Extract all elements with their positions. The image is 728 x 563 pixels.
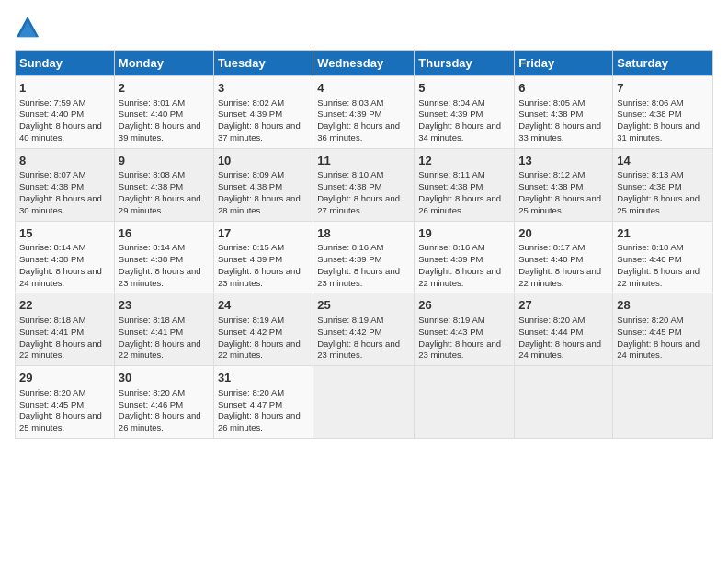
weekday-header-tuesday: Tuesday [213, 51, 313, 76]
calendar-cell: 4Sunrise: 8:03 AMSunset: 4:39 PMDaylight… [313, 76, 415, 149]
day-number: 22 [19, 297, 110, 314]
weekday-header-wednesday: Wednesday [313, 51, 415, 76]
calendar-cell: 2Sunrise: 8:01 AMSunset: 4:40 PMDaylight… [114, 76, 213, 149]
calendar-cell: 8Sunrise: 8:07 AMSunset: 4:38 PMDaylight… [16, 148, 115, 221]
calendar-cell: 7Sunrise: 8:06 AMSunset: 4:38 PMDaylight… [613, 76, 713, 149]
day-number: 7 [617, 80, 709, 97]
calendar-cell: 24Sunrise: 8:19 AMSunset: 4:42 PMDayligh… [213, 293, 313, 366]
calendar-cell: 3Sunrise: 8:02 AMSunset: 4:39 PMDaylight… [213, 76, 313, 149]
day-number: 16 [119, 225, 210, 242]
weekday-header-row: SundayMondayTuesdayWednesdayThursdayFrid… [16, 51, 713, 76]
day-number: 29 [19, 370, 110, 386]
logo [15, 15, 44, 40]
calendar-week-row: 15Sunrise: 8:14 AMSunset: 4:38 PMDayligh… [16, 221, 713, 293]
calendar-cell: 11Sunrise: 8:10 AMSunset: 4:38 PMDayligh… [313, 148, 415, 221]
calendar-cell: 14Sunrise: 8:13 AMSunset: 4:38 PMDayligh… [613, 148, 713, 221]
calendar-cell: 5Sunrise: 8:04 AMSunset: 4:39 PMDaylight… [415, 76, 515, 149]
weekday-header-monday: Monday [114, 51, 213, 76]
day-number: 20 [518, 225, 609, 242]
day-number: 12 [418, 153, 510, 169]
day-number: 13 [518, 153, 609, 169]
weekday-header-friday: Friday [515, 51, 613, 76]
calendar-week-row: 1Sunrise: 7:59 AMSunset: 4:40 PMDaylight… [16, 76, 713, 149]
day-number: 25 [317, 297, 410, 314]
day-number: 11 [317, 153, 410, 169]
calendar-cell: 26Sunrise: 8:19 AMSunset: 4:43 PMDayligh… [415, 293, 515, 366]
calendar-cell [313, 366, 415, 439]
calendar-cell: 13Sunrise: 8:12 AMSunset: 4:38 PMDayligh… [515, 148, 613, 221]
calendar-cell: 28Sunrise: 8:20 AMSunset: 4:45 PMDayligh… [613, 293, 713, 366]
day-number: 23 [119, 297, 210, 314]
calendar-cell: 27Sunrise: 8:20 AMSunset: 4:44 PMDayligh… [515, 293, 613, 366]
calendar-cell: 29Sunrise: 8:20 AMSunset: 4:45 PMDayligh… [16, 366, 115, 439]
calendar-cell: 12Sunrise: 8:11 AMSunset: 4:38 PMDayligh… [415, 148, 515, 221]
calendar-week-row: 22Sunrise: 8:18 AMSunset: 4:41 PMDayligh… [16, 293, 713, 366]
day-number: 1 [19, 80, 110, 97]
day-number: 8 [19, 153, 110, 169]
calendar-week-row: 29Sunrise: 8:20 AMSunset: 4:45 PMDayligh… [16, 366, 713, 439]
day-number: 31 [218, 370, 309, 386]
calendar-cell: 22Sunrise: 8:18 AMSunset: 4:41 PMDayligh… [16, 293, 115, 366]
calendar-table: SundayMondayTuesdayWednesdayThursdayFrid… [15, 50, 713, 439]
day-number: 21 [617, 225, 709, 242]
day-number: 9 [119, 153, 210, 169]
day-number: 5 [418, 80, 510, 97]
day-number: 4 [317, 80, 410, 97]
calendar-cell: 25Sunrise: 8:19 AMSunset: 4:42 PMDayligh… [313, 293, 415, 366]
day-number: 15 [19, 225, 110, 242]
calendar-cell: 16Sunrise: 8:14 AMSunset: 4:38 PMDayligh… [114, 221, 213, 293]
calendar-cell: 21Sunrise: 8:18 AMSunset: 4:40 PMDayligh… [613, 221, 713, 293]
day-number: 3 [218, 80, 309, 97]
calendar-cell: 19Sunrise: 8:16 AMSunset: 4:39 PMDayligh… [415, 221, 515, 293]
calendar-cell: 30Sunrise: 8:20 AMSunset: 4:46 PMDayligh… [114, 366, 213, 439]
calendar-cell: 6Sunrise: 8:05 AMSunset: 4:38 PMDaylight… [515, 76, 613, 149]
calendar-cell: 20Sunrise: 8:17 AMSunset: 4:40 PMDayligh… [515, 221, 613, 293]
calendar-cell: 31Sunrise: 8:20 AMSunset: 4:47 PMDayligh… [213, 366, 313, 439]
day-number: 18 [317, 225, 410, 242]
calendar-cell: 17Sunrise: 8:15 AMSunset: 4:39 PMDayligh… [213, 221, 313, 293]
day-number: 26 [418, 297, 510, 314]
calendar-cell: 18Sunrise: 8:16 AMSunset: 4:39 PMDayligh… [313, 221, 415, 293]
calendar-cell: 1Sunrise: 7:59 AMSunset: 4:40 PMDaylight… [16, 76, 115, 149]
calendar-week-row: 8Sunrise: 8:07 AMSunset: 4:38 PMDaylight… [16, 148, 713, 221]
day-number: 28 [617, 297, 709, 314]
day-number: 6 [518, 80, 609, 97]
day-number: 14 [617, 153, 709, 169]
day-number: 10 [218, 153, 309, 169]
day-number: 27 [518, 297, 609, 314]
weekday-header-saturday: Saturday [613, 51, 713, 76]
day-number: 19 [418, 225, 510, 242]
logo-icon [15, 15, 40, 40]
calendar-cell [515, 366, 613, 439]
page-container: SundayMondayTuesdayWednesdayThursdayFrid… [0, 0, 728, 446]
weekday-header-sunday: Sunday [16, 51, 115, 76]
calendar-cell [613, 366, 713, 439]
weekday-header-thursday: Thursday [415, 51, 515, 76]
calendar-cell: 15Sunrise: 8:14 AMSunset: 4:38 PMDayligh… [16, 221, 115, 293]
calendar-cell: 9Sunrise: 8:08 AMSunset: 4:38 PMDaylight… [114, 148, 213, 221]
header [15, 15, 713, 40]
day-number: 30 [119, 370, 210, 386]
day-number: 17 [218, 225, 309, 242]
day-number: 24 [218, 297, 309, 314]
day-number: 2 [119, 80, 210, 97]
calendar-cell: 23Sunrise: 8:18 AMSunset: 4:41 PMDayligh… [114, 293, 213, 366]
calendar-cell [415, 366, 515, 439]
calendar-cell: 10Sunrise: 8:09 AMSunset: 4:38 PMDayligh… [213, 148, 313, 221]
